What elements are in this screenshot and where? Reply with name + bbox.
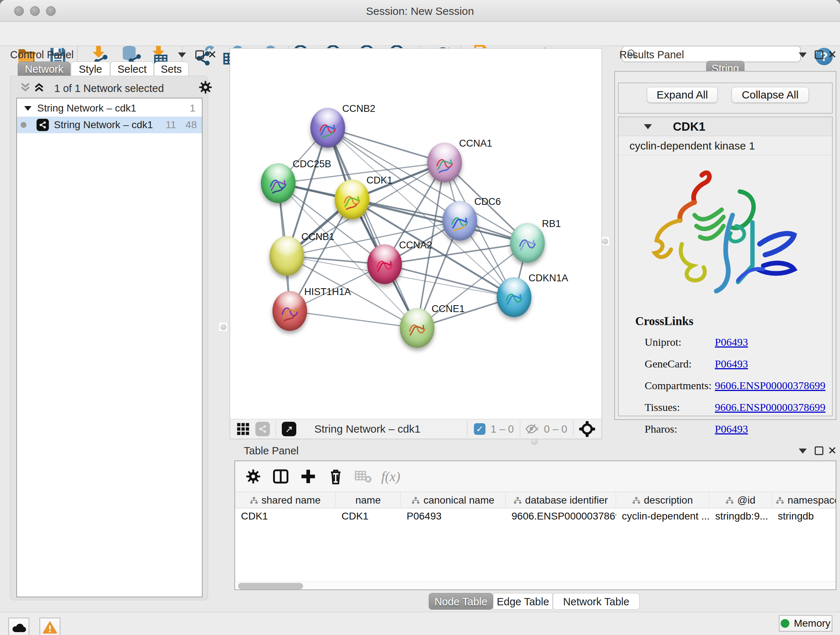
status-bar: Memory	[0, 612, 840, 635]
network-node-cdc6[interactable]	[442, 201, 477, 241]
network-canvas[interactable]: CCNB2CCNA1CDC25BCDK1CDC6RB1CCNB1CCNA2CDK…	[230, 49, 602, 419]
network-node-ccna1[interactable]	[427, 143, 462, 182]
table-options-gear-icon[interactable]	[242, 466, 265, 487]
detach-view-button[interactable]: ↗	[282, 422, 296, 436]
network-row[interactable]: String Network – cdk1 11 48	[17, 117, 202, 133]
column-header-namespace[interactable]: namespace	[772, 492, 836, 509]
control-panel: Control Panel ✕ Network Style Select Set…	[0, 46, 221, 612]
table-cell[interactable]: P06493	[401, 508, 506, 524]
tab-network[interactable]: Network	[18, 62, 71, 76]
tab-select[interactable]: Select	[111, 62, 154, 76]
table-row: CDK1CDK1P064939606.ENSP00000378699cyclin…	[235, 508, 836, 524]
panel-collapse-icon[interactable]	[178, 52, 186, 59]
node-label-ccne1: CCNE1	[431, 303, 465, 315]
vertical-splitter-handle-left[interactable]	[218, 322, 228, 332]
panel-float-icon[interactable]	[815, 50, 823, 60]
uniprot-link[interactable]: P06493	[715, 336, 748, 348]
collapse-all-button[interactable]: Collapse All	[731, 87, 809, 103]
network-node-cdc25b[interactable]	[261, 163, 295, 203]
automation-cloud-button[interactable]	[8, 618, 29, 635]
protein-header[interactable]: CDK1	[619, 117, 832, 136]
table-hscrollbar[interactable]	[235, 581, 836, 590]
expand-all-button[interactable]: Expand All	[647, 87, 718, 103]
string-results-content: Expand All Collapse All CDK1 cyclin-depe…	[614, 71, 836, 420]
crosshair-icon[interactable]	[579, 421, 595, 437]
protein-thumbnail-icon	[268, 176, 289, 196]
network-options-gear-icon[interactable]	[199, 80, 212, 94]
tab-sets[interactable]: Sets	[154, 62, 188, 76]
tab-network-table[interactable]: Network Table	[553, 593, 639, 610]
delete-column-icon[interactable]	[324, 466, 347, 487]
pharos-link[interactable]: P06493	[715, 423, 748, 435]
column-header-database-identifier[interactable]: database identifier	[506, 492, 616, 509]
tab-edge-table[interactable]: Edge Table	[493, 593, 553, 610]
network-view: CCNB2CCNA1CDC25BCDK1CDC6RB1CCNB1CCNA2CDK…	[230, 48, 602, 439]
open-in-new-icon: ↗	[285, 424, 293, 434]
network-collection-row[interactable]: String Network – cdk1 1	[17, 100, 202, 117]
column-namespace-icon	[514, 497, 522, 504]
tab-style[interactable]: Style	[71, 62, 110, 76]
grid-view-icon[interactable]	[237, 423, 249, 435]
show-columns-icon[interactable]	[269, 466, 292, 487]
network-edge[interactable]	[328, 128, 417, 328]
node-label-rb1: RB1	[542, 218, 561, 230]
table-cell[interactable]: cyclin-dependent ...	[616, 508, 709, 524]
protein-thumbnail-icon	[341, 192, 363, 213]
network-node-cdkn1a[interactable]	[497, 277, 531, 317]
network-node-ccnb1[interactable]	[270, 236, 304, 276]
table-cell[interactable]: CDK1	[235, 508, 336, 524]
create-column-icon[interactable]	[297, 466, 320, 487]
table-cell[interactable]: stringdb:9...	[709, 508, 772, 524]
column-header--id[interactable]: @id	[709, 492, 772, 509]
protein-thumbnail-icon	[504, 290, 524, 310]
network-tab-content: 1 of 1 Network selected String Network –…	[10, 76, 208, 600]
selected-checkbox-icon[interactable]: ✓	[474, 423, 485, 435]
protein-description: cyclin-dependent kinase 1	[619, 136, 832, 155]
protein-structure-image	[647, 161, 803, 313]
panel-close-icon[interactable]: ✕	[828, 48, 837, 61]
panel-close-icon[interactable]: ✕	[828, 444, 837, 457]
column-header-shared-name[interactable]: shared name	[235, 492, 336, 509]
network-edge[interactable]	[352, 200, 527, 243]
protein-thumbnail-icon	[517, 235, 538, 256]
panel-collapse-icon[interactable]	[799, 52, 807, 59]
network-list: String Network – cdk1 1 String Network –…	[16, 98, 202, 597]
panel-float-icon[interactable]	[195, 50, 204, 60]
collection-expander-icon[interactable]	[24, 106, 32, 111]
network-node-ccna2[interactable]	[367, 244, 402, 284]
memory-status-dot-icon	[781, 619, 789, 628]
column-header-description[interactable]: description	[616, 492, 709, 509]
network-node-ccne1[interactable]	[400, 308, 434, 348]
network-edges	[230, 49, 602, 419]
column-header-name[interactable]: name	[336, 492, 401, 509]
birds-eye-view-icon[interactable]	[256, 422, 270, 436]
table-cell[interactable]: 9606.ENSP00000378699	[506, 508, 616, 524]
panel-close-icon[interactable]: ✕	[208, 48, 217, 61]
title-bar: Session: New Session	[0, 0, 840, 22]
compartments-link[interactable]: 9606.ENSP00000378699	[715, 379, 826, 391]
node-label-cdkn1a: CDKN1A	[529, 272, 568, 284]
protein-thumbnail-icon	[279, 303, 300, 325]
genecard-link[interactable]: P06493	[715, 358, 748, 370]
table-toolbar: f(x)	[235, 461, 836, 492]
panel-collapse-icon[interactable]	[799, 448, 807, 455]
column-header-canonical-name[interactable]: canonical name	[401, 492, 506, 509]
network-node-rb1[interactable]	[510, 223, 545, 263]
memory-button[interactable]: Memory	[779, 615, 832, 632]
expand-collapse-box: Expand All Collapse All	[618, 82, 833, 114]
warnings-button[interactable]	[39, 618, 60, 635]
network-edge[interactable]	[328, 128, 445, 163]
tissues-link[interactable]: 9606.ENSP00000378699	[715, 401, 826, 413]
table-cell[interactable]: stringdb	[772, 508, 836, 524]
protein-expander-icon[interactable]	[644, 124, 652, 129]
network-node-hist1h1a[interactable]	[272, 291, 307, 331]
table-cell[interactable]: CDK1	[336, 508, 401, 524]
table-hscrollbar-thumb[interactable]	[238, 583, 303, 589]
tab-node-table[interactable]: Node Table	[429, 593, 493, 610]
column-namespace-icon	[776, 497, 784, 504]
network-edge[interactable]	[290, 311, 417, 328]
panel-float-icon[interactable]	[815, 447, 823, 456]
network-node-ccnb2[interactable]	[310, 108, 345, 148]
network-node-cdk1[interactable]	[335, 180, 369, 219]
table-header-row: shared namenamecanonical namedatabase id…	[235, 492, 836, 508]
